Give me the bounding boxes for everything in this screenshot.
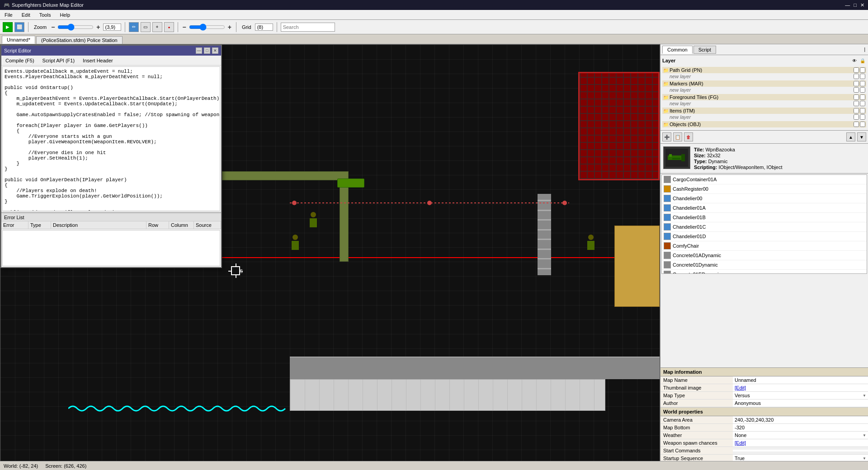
delete-object-button[interactable]: 🗑	[684, 132, 693, 141]
error-table-header: Error Type Description Row Column Source	[1, 221, 221, 229]
layer-markers-sub-lock-cb[interactable]	[860, 87, 865, 93]
list-item[interactable]: Concrete01Dynamic	[662, 260, 867, 270]
layer-pathgrid-lock-cb[interactable]	[860, 67, 865, 73]
maximize-button[interactable]: □	[854, 2, 857, 8]
layer-pathgrid-visibility-cb[interactable]	[854, 67, 859, 73]
minimize-button[interactable]: —	[845, 2, 850, 8]
map-type-dropdown[interactable]: Versus	[733, 392, 868, 399]
error-col-row: Row	[146, 221, 169, 229]
zoom2-in-button[interactable]: +	[227, 24, 232, 31]
copy-object-button[interactable]: 📋	[673, 132, 682, 141]
layer-group-items-header[interactable]: 📁 Items (ITM)	[662, 108, 866, 114]
menu-tools[interactable]: Tools	[37, 11, 54, 19]
layer-group-objects-header[interactable]: 📁 Objects (OBJ)	[662, 121, 866, 127]
grid-value: (8)	[255, 24, 273, 31]
objects-list[interactable]: CargoContainer01ACashRegister00Chandelie…	[661, 174, 867, 274]
script-compile-button[interactable]: Compile (F5)	[1, 56, 38, 65]
layer-pathgrid-sub-lock-cb[interactable]	[860, 74, 865, 79]
canvas-area[interactable]: 5 Script Editor — □ ✕ Compile (F5) Scrip…	[0, 44, 660, 470]
list-item[interactable]: Concrete01ADynamic	[662, 251, 867, 260]
object-item-label: CargoContainer01A	[673, 177, 717, 182]
script-insert-header-button[interactable]: Insert Header	[79, 56, 117, 65]
layer-objects-folder-icon: 📁	[663, 122, 669, 127]
layer-fg-lock-cb[interactable]	[860, 94, 865, 100]
layer-markers-visibility-cb[interactable]	[854, 81, 859, 86]
layer-items-sub-visibility-cb[interactable]	[854, 114, 859, 120]
weapon-spawn-edit: [Edit]	[733, 439, 868, 446]
add-object-button[interactable]: ➕	[662, 132, 671, 141]
weapon-spawn-edit-button[interactable]: [Edit]	[735, 440, 746, 446]
layer-markers-lock-cb[interactable]	[860, 81, 865, 86]
draw-line-button[interactable]: ⬥	[164, 22, 174, 32]
list-item[interactable]: CashRegister00	[662, 184, 867, 194]
list-item[interactable]: Concrete01EDynamic	[662, 270, 867, 274]
list-item[interactable]: Chandelier01C	[662, 222, 867, 232]
layer-group-fg-header[interactable]: 📁 Foreground Tiles (FG)	[662, 94, 866, 100]
object-item-label: ComfyChair	[673, 243, 699, 249]
object-item-label: Concrete01ADynamic	[673, 253, 721, 258]
script-minimize-button[interactable]: —	[196, 47, 202, 54]
layer-visibility-icon[interactable]: 👁	[851, 57, 858, 64]
search-input[interactable]	[281, 23, 335, 32]
layer-items-visibility-cb[interactable]	[854, 108, 859, 113]
move-up-button[interactable]: ▲	[846, 132, 855, 141]
layer-group-pathgrid-header[interactable]: 📁 Path Grid (PN)	[662, 67, 866, 73]
zoom-slider[interactable]	[57, 24, 94, 31]
weapon-item	[337, 179, 364, 188]
list-item[interactable]: ComfyChair	[662, 241, 867, 251]
draw-pencil-button[interactable]: ✏	[129, 22, 139, 32]
layer-items-sub-lock-cb[interactable]	[860, 114, 865, 120]
map-name-input[interactable]	[735, 377, 866, 383]
play-button[interactable]: ▶	[3, 22, 13, 32]
map-info-header: Map information	[660, 368, 868, 376]
script-api-button[interactable]: Script API (F1)	[38, 56, 79, 65]
menu-file[interactable]: File	[2, 11, 15, 19]
layer-fg-sub-label: new layer	[670, 101, 853, 106]
world-props-header: World properties	[660, 407, 868, 416]
zoom-out-button[interactable]: −	[50, 24, 56, 31]
list-item[interactable]: Chandelier01A	[662, 203, 867, 213]
list-item[interactable]: Chandelier01D	[662, 232, 867, 241]
close-button[interactable]: ✕	[860, 2, 864, 8]
script-code-editor[interactable]: Events.UpdateCallback m_updateEvent = nu…	[2, 66, 220, 211]
tab-script[interactable]: Script	[693, 46, 716, 54]
zoom2-out-button[interactable]: −	[182, 24, 187, 31]
svg-point-3	[562, 201, 567, 205]
tile-scripting: Scripting: IObject/WeaponItem, IObject	[694, 164, 782, 170]
script-editor-titlebar[interactable]: Script Editor — □ ✕	[1, 46, 221, 56]
layer-objects-lock-cb[interactable]	[860, 122, 865, 127]
tab-police-station[interactable]: (PoliceStation.sfdm) Police Station	[36, 36, 123, 44]
list-item[interactable]: CargoContainer01A	[662, 175, 867, 184]
toolbar-separator-3	[178, 22, 178, 32]
mode-select-button[interactable]: ⬜	[14, 22, 24, 32]
zoom2-slider[interactable]	[189, 24, 225, 31]
layer-fg-sub-visibility-cb[interactable]	[854, 101, 859, 106]
layer-lock-icon[interactable]: 🔒	[859, 57, 866, 64]
list-item[interactable]: Chandelier00	[662, 194, 867, 203]
draw-rect-button[interactable]: ▭	[141, 22, 151, 32]
script-editor-title: Script Editor	[4, 48, 31, 53]
error-panel: Error List Error Type Description Row Co…	[1, 214, 221, 267]
menu-edit[interactable]: Edit	[19, 11, 33, 19]
layer-fg-sub-lock-cb[interactable]	[860, 101, 865, 106]
weather-dropdown[interactable]: None	[733, 432, 868, 439]
layer-pathgrid-sub-visibility-cb[interactable]	[854, 74, 859, 79]
camera-area-value: 240,-320,240,320	[733, 416, 868, 423]
zoom-in-button[interactable]: +	[95, 24, 101, 31]
object-item-label: Chandelier01D	[673, 234, 706, 239]
draw-fill-button[interactable]: +	[152, 22, 162, 32]
move-down-button[interactable]: ▼	[857, 132, 866, 141]
thumbnail-edit-button[interactable]: [Edit]	[735, 385, 746, 390]
layer-markers-sub-visibility-cb[interactable]	[854, 87, 859, 93]
layer-items-lock-cb[interactable]	[860, 108, 865, 113]
tab-unnamed[interactable]: Unnamed*	[2, 36, 35, 44]
script-close-button[interactable]: ✕	[212, 47, 218, 54]
menu-help[interactable]: Help	[57, 11, 73, 19]
layer-fg-visibility-cb[interactable]	[854, 94, 859, 100]
layer-group-markers-header[interactable]: 📁 Markers (MAR)	[662, 80, 866, 87]
tab-common[interactable]: Common	[662, 46, 693, 54]
list-item[interactable]: Chandelier01B	[662, 213, 867, 222]
layer-objects-visibility-cb[interactable]	[854, 122, 859, 127]
script-maximize-button[interactable]: □	[204, 47, 210, 54]
layer-objects-label: Objects (OBJ)	[670, 122, 853, 127]
